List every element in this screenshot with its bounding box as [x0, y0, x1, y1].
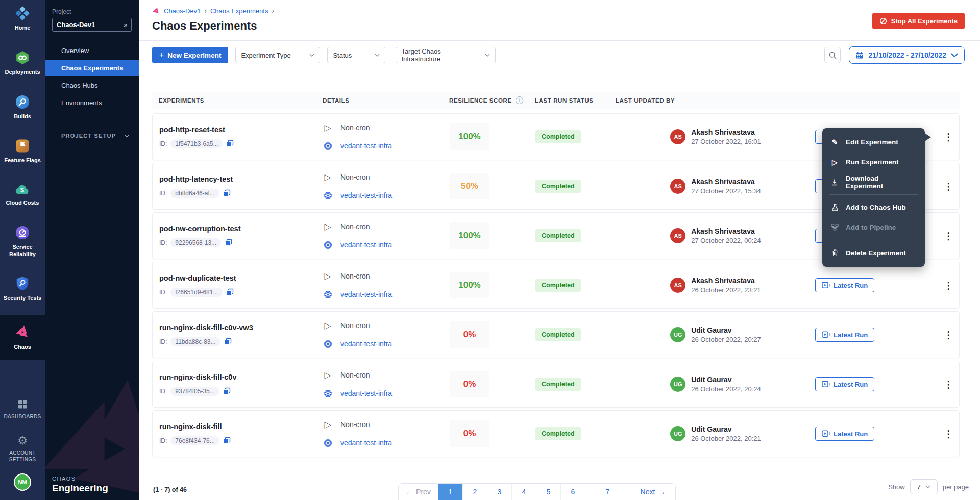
target-chaos-infrastructure-filter[interactable]: Target Chaos Infrastructure: [396, 47, 496, 63]
experiment-name[interactable]: run-nginx-disk-fill: [159, 422, 323, 431]
info-icon[interactable]: i: [516, 96, 523, 104]
sidebar-item-dashboards[interactable]: DASHBOARDS: [0, 392, 45, 426]
user-avatar[interactable]: AS: [670, 228, 685, 243]
infrastructure-link[interactable]: vedant-test-infra: [340, 191, 392, 199]
user-avatar[interactable]: UG: [670, 426, 685, 441]
copy-icon[interactable]: [223, 437, 231, 444]
user-avatar[interactable]: UG: [670, 327, 685, 342]
infrastructure-link[interactable]: vedant-test-infra: [340, 439, 392, 447]
sidebar-item-builds[interactable]: Builds: [0, 89, 45, 126]
new-experiment-button[interactable]: + New Experiment: [152, 47, 228, 63]
run-view-icon: [822, 430, 830, 437]
kebab-menu-icon[interactable]: ⋮: [944, 428, 953, 440]
infrastructure-link[interactable]: vedant-test-infra: [340, 389, 392, 397]
latest-run-button[interactable]: Latest Run: [815, 377, 874, 391]
sidebar-item-service-reliability[interactable]: Service Reliability: [0, 219, 45, 264]
infrastructure-link[interactable]: vedant-test-infra: [340, 290, 392, 298]
copy-icon[interactable]: [226, 288, 234, 296]
experiment-name[interactable]: run-nginx-disk-fill-c0v-vw3: [159, 323, 323, 332]
home-icon: [15, 6, 30, 21]
menu-item-edit-experiment[interactable]: ✎Edit Experiment: [822, 132, 925, 152]
table-row[interactable]: run-nginx-disk-fill ID: 76e8f434-76... ▷…: [152, 410, 960, 457]
experiment-name[interactable]: pod-nw-duplicate-test: [159, 274, 323, 282]
page-button-3[interactable]: 3: [487, 484, 512, 500]
sidebar-item-cloud-costs[interactable]: $ Cloud Costs: [0, 177, 45, 212]
infrastructure-link[interactable]: vedant-test-infra: [340, 142, 392, 150]
user-avatar[interactable]: AS: [670, 179, 685, 194]
kebab-menu-icon[interactable]: ⋮: [944, 280, 953, 291]
prev-page-button[interactable]: ←Prev: [399, 484, 438, 500]
experiment-type-filter[interactable]: Experiment Type: [235, 47, 320, 63]
sidebar-item-chaos[interactable]: Chaos: [0, 315, 45, 360]
per-page-select[interactable]: 7: [910, 479, 938, 494]
new-experiment-label: New Experiment: [167, 52, 221, 59]
next-page-button[interactable]: 7: [585, 484, 630, 500]
sidebar-item-security-tests[interactable]: Security Tests: [0, 270, 45, 308]
user-avatar[interactable]: AS: [670, 278, 685, 293]
status-filter[interactable]: Status: [327, 47, 385, 63]
sidebar-item-home[interactable]: Home: [0, 0, 45, 37]
copy-icon[interactable]: [223, 189, 231, 197]
table-row[interactable]: run-nginx-disk-fill-c0v-vw3 ID: 11bda88c…: [152, 311, 960, 358]
infrastructure-link[interactable]: vedant-test-infra: [340, 340, 392, 348]
experiment-name[interactable]: pod-nw-corruption-test: [159, 224, 323, 233]
project-selector[interactable]: Chaos-Dev1 »: [52, 18, 132, 32]
download-icon: [830, 179, 839, 186]
stop-all-label: Stop All Experiments: [891, 17, 958, 25]
project-setup-section[interactable]: PROJECT SETUP: [45, 124, 139, 139]
infrastructure-link[interactable]: vedant-test-infra: [340, 241, 392, 249]
user-name: Udit Gaurav: [691, 326, 761, 334]
menu-item-delete-experiment[interactable]: Delete Experiment: [822, 243, 925, 263]
page-button-6[interactable]: 6: [561, 484, 585, 500]
latest-run-button[interactable]: Latest Run: [815, 278, 874, 292]
sidebar-item-overview[interactable]: Overview: [45, 43, 139, 59]
experiment-name[interactable]: run-nginx-disk-fill-c0v: [159, 373, 323, 381]
sidebar-item-environments[interactable]: Environments: [45, 95, 139, 111]
copy-icon[interactable]: [226, 140, 234, 147]
kebab-menu-icon[interactable]: ⋮: [944, 131, 953, 143]
rail-label: Chaos: [14, 344, 31, 351]
page-button-2[interactable]: 2: [463, 484, 487, 500]
experiment-name[interactable]: pod-http-reset-test: [159, 126, 323, 134]
chaos-icon: [14, 324, 31, 340]
page-button-7[interactable]: 7: [606, 488, 610, 496]
menu-divider: [829, 240, 918, 240]
menu-item-download-experiment[interactable]: Download Experiment: [822, 172, 925, 192]
sidebar-item-chaos-experiments[interactable]: Chaos Experiments: [45, 60, 139, 76]
user-avatar[interactable]: NM: [14, 473, 31, 491]
search-button[interactable]: [824, 47, 841, 63]
page-button-4[interactable]: 4: [512, 484, 536, 500]
stop-all-experiments-button[interactable]: Stop All Experiments: [872, 13, 965, 29]
expand-icon[interactable]: »: [119, 18, 131, 31]
date-range-picker[interactable]: 21/10/2022 - 27/10/2022: [849, 46, 965, 64]
menu-item-add-to-chaos-hub[interactable]: Add to Chaos Hub: [822, 197, 925, 217]
breadcrumb-page[interactable]: Chaos Experiments: [210, 7, 268, 15]
resilience-score: 100%: [450, 123, 489, 150]
breadcrumb-project[interactable]: Chaos-Dev1: [164, 7, 201, 15]
sidebar-item-feature-flags[interactable]: Feature Flags: [0, 133, 45, 170]
sidebar-item-account-settings[interactable]: ⚙ ACCOUNT SETTINGS: [0, 430, 45, 468]
chevron-down-icon: [375, 54, 380, 57]
experiment-name[interactable]: pod-http-latency-test: [159, 175, 323, 183]
copy-icon[interactable]: [224, 338, 232, 345]
page-button-1[interactable]: 1: [438, 484, 463, 500]
latest-run-button[interactable]: Latest Run: [815, 328, 874, 342]
page-button-5[interactable]: 5: [536, 484, 561, 500]
kebab-menu-icon[interactable]: ⋮: [944, 329, 953, 341]
latest-run-button[interactable]: Latest Run: [815, 427, 874, 441]
user-avatar[interactable]: AS: [670, 129, 685, 144]
menu-item-run-experiment[interactable]: ▷Run Experiment: [822, 152, 925, 172]
table-row[interactable]: pod-nw-duplicate-test ID: f26651d9-681..…: [152, 262, 960, 309]
user-avatar[interactable]: UG: [670, 377, 685, 392]
latest-run-label: Latest Run: [834, 331, 868, 339]
kebab-menu-icon[interactable]: ⋮: [944, 181, 953, 192]
next-page-button[interactable]: Next→: [630, 484, 675, 500]
kebab-menu-icon[interactable]: ⋮: [944, 230, 953, 242]
copy-icon[interactable]: [225, 239, 232, 246]
copy-icon[interactable]: [223, 387, 231, 395]
table-row[interactable]: run-nginx-disk-fill-c0v ID: 93784f05-35.…: [152, 361, 960, 408]
kebab-menu-icon[interactable]: ⋮: [944, 379, 953, 390]
sidebar-item-deployments[interactable]: Deployments: [0, 44, 45, 82]
sidebar-item-chaos-hubs[interactable]: Chaos Hubs: [45, 78, 139, 93]
column-last-run-status: LAST RUN STATUS: [535, 97, 616, 104]
